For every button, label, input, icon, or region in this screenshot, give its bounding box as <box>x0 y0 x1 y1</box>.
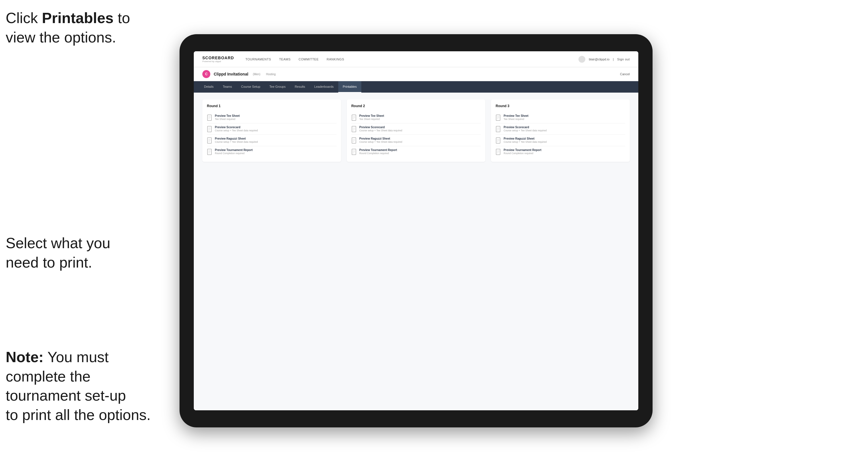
r1-raguzzi-title: Preview Raguzzi Sheet <box>215 137 258 140</box>
document-icon <box>496 137 501 144</box>
round2-tee-sheet[interactable]: Preview Tee Sheet Tee Sheet required <box>351 112 481 123</box>
r1-report-title: Preview Tournament Report <box>215 149 253 152</box>
round3-tournament-report[interactable]: Preview Tournament Report Round Completi… <box>496 146 625 157</box>
r2-report-title: Preview Tournament Report <box>359 149 397 152</box>
cancel-button[interactable]: Cancel <box>620 72 630 76</box>
tab-bar: Details Teams Course Setup Tee Groups Re… <box>194 81 638 93</box>
round-2-title: Round 2 <box>351 104 481 108</box>
brand-subtitle: Powered by clippd <box>202 60 234 63</box>
r2-report-sub: Round Completion required <box>359 152 397 155</box>
document-icon <box>207 137 212 144</box>
r3-scorecard-title: Preview Scorecard <box>503 126 547 129</box>
instruction-top-text: Click Printables toview the options. <box>6 10 130 45</box>
r1-raguzzi-sub: Course setup + Tee Sheet data required <box>215 141 258 143</box>
instruction-bottom-text: Note: You mustcomplete thetournament set… <box>6 349 151 423</box>
r2-scorecard-title: Preview Scorecard <box>359 126 402 129</box>
tab-course-setup[interactable]: Course Setup <box>237 81 265 93</box>
round1-scorecard[interactable]: Preview Scorecard Course setup + Tee She… <box>207 123 337 135</box>
tab-leaderboards[interactable]: Leaderboards <box>310 81 338 93</box>
printables-bold: Printables <box>42 10 114 26</box>
round3-tee-sheet[interactable]: Preview Tee Sheet Tee Sheet required <box>496 112 625 123</box>
instruction-top: Click Printables toview the options. <box>6 8 130 47</box>
round2-raguzzi[interactable]: Preview Raguzzi Sheet Course setup + Tee… <box>351 135 481 146</box>
nav-links: TOURNAMENTS TEAMS COMMITTEE RANKINGS <box>245 58 344 61</box>
instruction-middle-text: Select what youneed to print. <box>6 235 110 271</box>
round2-tournament-report[interactable]: Preview Tournament Report Round Completi… <box>351 146 481 157</box>
r3-tee-sheet-sub: Tee Sheet required <box>503 118 528 121</box>
round-3-title: Round 3 <box>496 104 625 108</box>
r1-tee-sheet-title: Preview Tee Sheet <box>215 114 240 117</box>
tab-teams[interactable]: Teams <box>218 81 237 93</box>
r3-raguzzi-title: Preview Raguzzi Sheet <box>503 137 547 140</box>
nav-teams[interactable]: TEAMS <box>279 58 290 61</box>
r2-raguzzi-sub: Course setup + Tee Sheet data required <box>359 141 402 143</box>
tournament-logo: C <box>202 70 210 78</box>
r3-tee-sheet-title: Preview Tee Sheet <box>503 114 528 117</box>
r2-raguzzi-title: Preview Raguzzi Sheet <box>359 137 402 140</box>
nav-committee[interactable]: COMMITTEE <box>299 58 319 61</box>
r3-raguzzi-sub: Course setup + Tee Sheet data required <box>503 141 547 143</box>
document-icon <box>496 149 501 155</box>
separator: | <box>613 58 614 61</box>
brand-title: SCOREBOARD <box>202 56 234 60</box>
document-icon <box>207 126 212 132</box>
r2-scorecard-sub: Course setup + Tee Sheet data required <box>359 129 402 132</box>
r3-scorecard-sub: Course setup + Tee Sheet data required <box>503 129 547 132</box>
main-content: Round 1 Preview Tee Sheet Tee Sheet requ… <box>194 93 638 410</box>
nav-tournaments[interactable]: TOURNAMENTS <box>245 58 271 61</box>
document-icon <box>496 115 501 121</box>
document-icon <box>351 149 356 155</box>
nav-right: blair@clippd.io | Sign out <box>579 56 630 63</box>
document-icon <box>207 115 212 121</box>
instruction-middle: Select what youneed to print. <box>6 234 110 272</box>
r1-scorecard-sub: Course setup + Tee Sheet data required <box>215 129 258 132</box>
tournament-header: C Clippd Invitational (Men) Hosting Canc… <box>194 67 638 81</box>
r3-report-title: Preview Tournament Report <box>503 149 541 152</box>
avatar <box>579 56 585 63</box>
document-icon <box>351 115 356 121</box>
sign-out-link[interactable]: Sign out <box>617 58 630 61</box>
round-1-column: Round 1 Preview Tee Sheet Tee Sheet requ… <box>202 99 341 162</box>
r2-tee-sheet-sub: Tee Sheet required <box>359 118 384 121</box>
r1-tee-sheet-sub: Tee Sheet required <box>215 118 240 121</box>
tournament-bracket: (Men) <box>253 73 260 76</box>
document-icon <box>351 126 356 132</box>
document-icon <box>207 149 212 155</box>
brand: SCOREBOARD Powered by clippd <box>202 56 234 63</box>
round1-tournament-report[interactable]: Preview Tournament Report Round Completi… <box>207 146 337 157</box>
round2-scorecard[interactable]: Preview Scorecard Course setup + Tee She… <box>351 123 481 135</box>
round-1-title: Round 1 <box>207 104 337 108</box>
round-2-column: Round 2 Preview Tee Sheet Tee Sheet requ… <box>347 99 486 162</box>
round1-raguzzi[interactable]: Preview Raguzzi Sheet Course setup + Tee… <box>207 135 337 146</box>
document-icon <box>351 137 356 144</box>
tournament-title-row: C Clippd Invitational (Men) Hosting <box>202 70 276 78</box>
round1-tee-sheet[interactable]: Preview Tee Sheet Tee Sheet required <box>207 112 337 123</box>
tab-details[interactable]: Details <box>199 81 218 93</box>
tournament-name: Clippd Invitational <box>214 72 248 76</box>
tablet-screen: SCOREBOARD Powered by clippd TOURNAMENTS… <box>194 51 638 410</box>
user-email: blair@clippd.io <box>589 58 609 61</box>
rounds-grid: Round 1 Preview Tee Sheet Tee Sheet requ… <box>202 99 630 162</box>
round3-raguzzi[interactable]: Preview Raguzzi Sheet Course setup + Tee… <box>496 135 625 146</box>
tab-results[interactable]: Results <box>290 81 310 93</box>
top-nav: SCOREBOARD Powered by clippd TOURNAMENTS… <box>194 51 638 67</box>
r3-report-sub: Round Completion required <box>503 152 541 155</box>
instruction-bottom: Note: You mustcomplete thetournament set… <box>6 348 151 425</box>
round-3-column: Round 3 Preview Tee Sheet Tee Sheet requ… <box>491 99 630 162</box>
nav-rankings[interactable]: RANKINGS <box>327 58 344 61</box>
round3-scorecard[interactable]: Preview Scorecard Course setup + Tee She… <box>496 123 625 135</box>
r1-scorecard-title: Preview Scorecard <box>215 126 258 129</box>
document-icon <box>496 126 501 132</box>
tablet-frame: SCOREBOARD Powered by clippd TOURNAMENTS… <box>180 34 653 427</box>
tab-printables[interactable]: Printables <box>338 81 361 93</box>
hosting-badge: Hosting <box>266 73 276 76</box>
nav-left: SCOREBOARD Powered by clippd TOURNAMENTS… <box>202 56 344 63</box>
r1-report-sub: Round Completion required <box>215 152 253 155</box>
tab-tee-groups[interactable]: Tee Groups <box>265 81 290 93</box>
r2-tee-sheet-title: Preview Tee Sheet <box>359 114 384 117</box>
